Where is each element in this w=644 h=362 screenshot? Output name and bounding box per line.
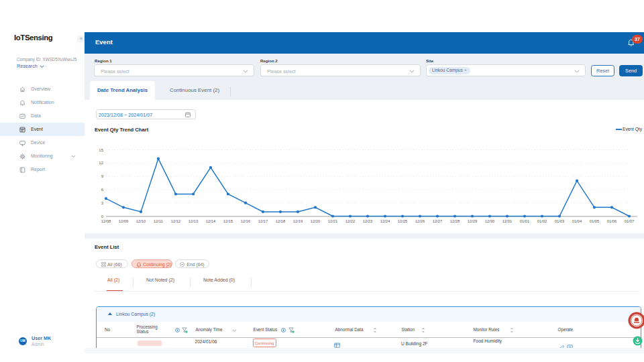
- svg-text:12/24: 12/24: [380, 219, 390, 223]
- svg-text:12/21: 12/21: [328, 219, 338, 223]
- svg-text:12/15: 12/15: [223, 219, 233, 223]
- svg-text:6: 6: [101, 188, 104, 192]
- svg-text:15: 15: [99, 148, 103, 152]
- svg-text:01/01: 01/01: [520, 219, 530, 223]
- svg-text:12/10: 12/10: [136, 219, 146, 223]
- svg-text:12/17: 12/17: [258, 219, 268, 223]
- svg-text:12/27: 12/27: [433, 219, 443, 223]
- svg-text:3: 3: [101, 201, 104, 205]
- svg-text:12/29: 12/29: [468, 219, 478, 223]
- svg-text:01/02: 01/02: [537, 219, 547, 223]
- svg-text:01/07: 01/07: [625, 219, 635, 223]
- svg-text:12/14: 12/14: [206, 219, 216, 223]
- svg-text:12/25: 12/25: [398, 219, 408, 223]
- svg-text:12/26: 12/26: [415, 219, 425, 223]
- svg-text:01/04: 01/04: [572, 219, 582, 223]
- svg-text:0: 0: [101, 215, 104, 219]
- svg-text:12/28: 12/28: [450, 219, 460, 223]
- svg-text:12/16: 12/16: [241, 219, 251, 223]
- svg-text:12/31: 12/31: [502, 219, 513, 223]
- svg-text:12/08: 12/08: [101, 219, 111, 223]
- svg-text:12/18: 12/18: [276, 219, 286, 223]
- svg-text:12/09: 12/09: [119, 219, 129, 223]
- svg-text:01/03: 01/03: [555, 219, 565, 223]
- svg-text:9: 9: [101, 174, 104, 178]
- svg-text:12/19: 12/19: [293, 219, 303, 223]
- svg-text:01/05: 01/05: [590, 219, 600, 223]
- svg-text:12/11: 12/11: [154, 219, 163, 223]
- svg-text:12/12: 12/12: [171, 219, 181, 223]
- svg-text:12/20: 12/20: [311, 219, 321, 223]
- svg-text:12/13: 12/13: [189, 219, 199, 223]
- svg-text:12/23: 12/23: [363, 219, 373, 223]
- svg-text:12: 12: [99, 161, 103, 165]
- svg-text:12/22: 12/22: [345, 219, 356, 223]
- svg-text:01/06: 01/06: [607, 219, 617, 223]
- svg-text:12/30: 12/30: [485, 219, 495, 223]
